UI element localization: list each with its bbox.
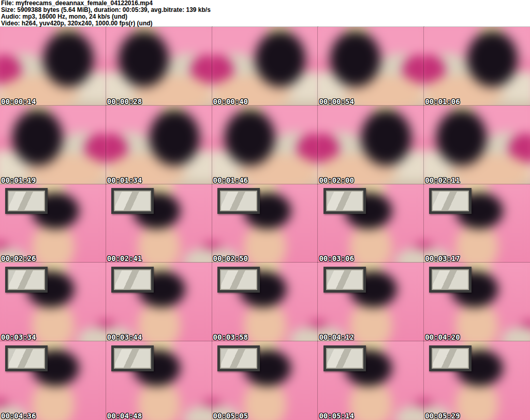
video-thumbnail: 00:03:58 xyxy=(212,263,318,341)
timestamp-overlay: 00:00:40 xyxy=(213,98,248,105)
timestamp-overlay: 00:02:26 xyxy=(1,255,36,262)
video-thumbnail: 00:01:19 xyxy=(0,106,106,184)
timestamp-overlay: 00:03:34 xyxy=(1,334,36,341)
thumbnail-preview-placeholder xyxy=(212,27,318,106)
video-thumbnail: 00:00:28 xyxy=(106,27,212,106)
picture-frame xyxy=(429,188,472,214)
timestamp-overlay: 00:02:11 xyxy=(425,177,460,184)
picture-frame xyxy=(217,267,260,293)
picture-frame xyxy=(323,188,366,214)
video-thumbnail: 00:04:48 xyxy=(106,341,212,420)
video-thumbnail: 00:00:14 xyxy=(0,27,106,106)
picture-frame xyxy=(5,188,48,214)
thumbnail-preview-placeholder xyxy=(318,27,424,106)
video-thumbnail: 00:00:40 xyxy=(212,27,318,106)
video-thumbnail: 00:04:20 xyxy=(424,263,530,341)
timestamp-overlay: 00:05:29 xyxy=(425,412,460,419)
video-thumbnail: 00:02:41 xyxy=(106,184,212,263)
picture-frame xyxy=(111,188,154,214)
picture-frame xyxy=(5,345,48,371)
picture-frame xyxy=(111,267,154,293)
picture-frame xyxy=(429,345,472,371)
timestamp-overlay: 00:02:41 xyxy=(107,255,142,262)
timestamp-overlay: 00:01:19 xyxy=(1,177,36,184)
video-thumbnail: 00:01:06 xyxy=(424,27,530,106)
picture-frame xyxy=(111,345,154,371)
video-thumbnail: 00:01:34 xyxy=(106,106,212,184)
thumbnail-preview-placeholder xyxy=(212,106,318,184)
timestamp-overlay: 00:05:14 xyxy=(319,412,354,419)
timestamp-overlay: 00:01:06 xyxy=(425,98,460,105)
video-thumbnail: 00:02:11 xyxy=(424,106,530,184)
timestamp-overlay: 00:04:48 xyxy=(107,412,142,419)
timestamp-overlay: 00:01:34 xyxy=(107,177,142,184)
timestamp-overlay: 00:03:06 xyxy=(319,255,354,262)
video-thumbnail: 00:04:12 xyxy=(318,263,424,341)
timestamp-overlay: 00:03:44 xyxy=(107,334,142,341)
video-thumbnail: 00:04:36 xyxy=(0,341,106,420)
video-thumbnail: 00:05:05 xyxy=(212,341,318,420)
timestamp-overlay: 00:00:28 xyxy=(107,98,142,105)
timestamp-overlay: 00:04:20 xyxy=(425,334,460,341)
timestamp-overlay: 00:00:54 xyxy=(319,98,354,105)
video-thumbnail: 00:02:26 xyxy=(0,184,106,263)
picture-frame xyxy=(429,267,472,293)
thumbnail-preview-placeholder xyxy=(424,27,530,106)
picture-frame xyxy=(323,267,366,293)
thumbnail-grid: 00:00:1400:00:2800:00:4000:00:5400:01:06… xyxy=(0,27,530,420)
timestamp-overlay: 00:03:58 xyxy=(213,334,248,341)
thumbnail-preview-placeholder xyxy=(106,27,212,106)
picture-frame xyxy=(217,188,260,214)
timestamp-overlay: 00:01:46 xyxy=(213,177,248,184)
thumbnail-preview-placeholder xyxy=(424,106,530,184)
thumbnail-preview-placeholder xyxy=(106,106,212,184)
thumbnail-preview-placeholder xyxy=(318,106,424,184)
video-info-line: Video: h264, yuv420p, 320x240, 1000.00 f… xyxy=(1,20,530,27)
video-thumbnail: 00:05:29 xyxy=(424,341,530,420)
timestamp-overlay: 00:02:00 xyxy=(319,177,354,184)
video-thumbnail: 00:03:44 xyxy=(106,263,212,341)
video-thumbnail: 00:02:00 xyxy=(318,106,424,184)
picture-frame xyxy=(5,267,48,293)
thumbnail-preview-placeholder xyxy=(0,106,106,184)
picture-frame xyxy=(217,345,260,371)
video-thumbnail: 00:01:46 xyxy=(212,106,318,184)
timestamp-overlay: 00:03:17 xyxy=(425,255,460,262)
video-thumbnail: 00:03:06 xyxy=(318,184,424,263)
timestamp-overlay: 00:05:05 xyxy=(213,412,248,419)
video-thumbnail: 00:03:17 xyxy=(424,184,530,263)
timestamp-overlay: 00:04:12 xyxy=(319,334,354,341)
video-thumbnail: 00:05:14 xyxy=(318,341,424,420)
video-thumbnail: 00:00:54 xyxy=(318,27,424,106)
timestamp-overlay: 00:00:14 xyxy=(1,98,36,105)
timestamp-overlay: 00:02:50 xyxy=(213,255,248,262)
video-info-header: File: myfreecams_deeannax_female_0412201… xyxy=(0,0,530,27)
timestamp-overlay: 00:04:36 xyxy=(1,412,36,419)
thumbnail-preview-placeholder xyxy=(0,27,106,106)
video-thumbnail: 00:02:50 xyxy=(212,184,318,263)
video-thumbnail: 00:03:34 xyxy=(0,263,106,341)
picture-frame xyxy=(323,345,366,371)
